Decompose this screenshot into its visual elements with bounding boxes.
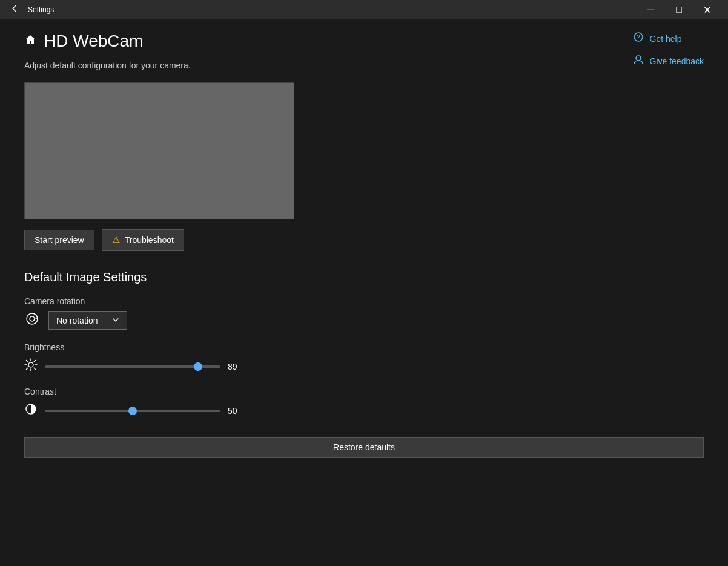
titlebar-title: Settings	[28, 5, 54, 14]
rotation-row: No rotation	[24, 311, 704, 330]
svg-line-10	[27, 361, 28, 362]
rotation-value: No rotation	[56, 316, 98, 325]
give-feedback-icon	[633, 54, 644, 68]
camera-rotation-label: Camera rotation	[24, 296, 704, 306]
titlebar: Settings ─ □ ✕	[0, 0, 728, 19]
page-header: HD WebCam	[24, 32, 704, 51]
warning-icon: ⚠	[112, 235, 120, 245]
brightness-value: 89	[228, 362, 246, 371]
brightness-slider[interactable]	[45, 365, 220, 368]
troubleshoot-label: Troubleshoot	[125, 235, 174, 245]
brightness-row: 89	[24, 358, 704, 375]
contrast-section: Contrast 50	[24, 387, 704, 419]
buttons-row: Start preview ⚠ Troubleshoot	[24, 229, 704, 251]
camera-rotation-icon	[24, 311, 40, 330]
camera-preview	[24, 82, 294, 219]
subtitle: Adjust default configuration for your ca…	[24, 61, 704, 70]
brightness-icon	[24, 358, 38, 375]
start-preview-button[interactable]: Start preview	[24, 230, 94, 250]
camera-rotation-setting: Camera rotation No rotation	[24, 296, 704, 330]
contrast-slider[interactable]	[45, 410, 220, 412]
back-button[interactable]	[7, 2, 22, 17]
chevron-down-icon	[112, 316, 119, 325]
svg-line-11	[34, 368, 35, 369]
svg-text:?: ?	[637, 34, 640, 41]
main-content: ? Get help Give feedback HD WebCam Adjus…	[0, 19, 728, 566]
give-feedback-label: Give feedback	[650, 56, 704, 66]
window-controls: ─ □ ✕	[637, 0, 721, 19]
get-help-icon: ?	[633, 32, 644, 45]
page-title: HD WebCam	[44, 32, 143, 51]
minimize-button[interactable]: ─	[637, 0, 665, 19]
svg-line-12	[34, 361, 35, 362]
get-help-link[interactable]: ? Get help	[633, 32, 704, 45]
svg-line-13	[27, 368, 28, 369]
restore-defaults-button[interactable]: Restore defaults	[24, 437, 704, 458]
get-help-label: Get help	[650, 34, 682, 44]
right-panel: ? Get help Give feedback	[633, 32, 704, 68]
section-title: Default Image Settings	[24, 270, 704, 284]
svg-point-2	[636, 56, 641, 61]
home-icon[interactable]	[24, 34, 36, 49]
svg-point-5	[28, 362, 33, 367]
svg-point-4	[30, 316, 35, 321]
troubleshoot-button[interactable]: ⚠ Troubleshoot	[102, 229, 184, 251]
give-feedback-link[interactable]: Give feedback	[633, 54, 704, 68]
maximize-button[interactable]: □	[665, 0, 693, 19]
brightness-section: Brightness 89	[24, 342, 704, 375]
rotation-dropdown[interactable]: No rotation	[48, 311, 127, 330]
contrast-row: 50	[24, 402, 704, 419]
brightness-label: Brightness	[24, 342, 704, 352]
contrast-label: Contrast	[24, 387, 704, 396]
contrast-icon	[24, 402, 38, 419]
close-button[interactable]: ✕	[693, 0, 721, 19]
contrast-value: 50	[228, 406, 246, 416]
